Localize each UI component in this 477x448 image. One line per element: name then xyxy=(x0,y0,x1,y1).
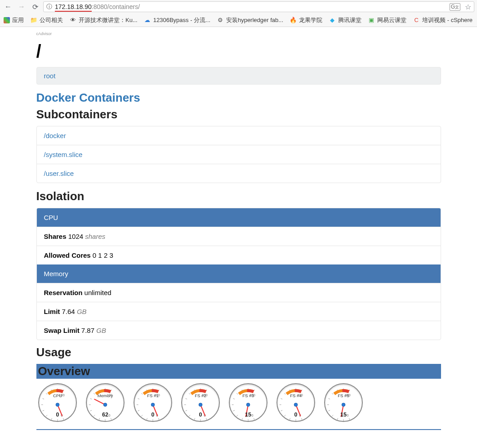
svg-point-66 xyxy=(199,403,202,407)
reservation-row: Reservation unlimited xyxy=(37,283,441,302)
docker-containers-link[interactable]: Docker Containers xyxy=(36,91,441,105)
gauge: FS #2 0 100 0 xyxy=(181,383,220,422)
url-text: 172.18.18.90:8080/containers/ xyxy=(55,3,450,10)
svg-line-37 xyxy=(141,415,143,417)
svg-line-88 xyxy=(284,415,285,417)
svg-line-40 xyxy=(138,399,139,399)
svg-text:0: 0 xyxy=(199,412,202,418)
limit-unit: GB xyxy=(77,308,87,315)
svg-line-92 xyxy=(284,393,285,394)
bookmark-item[interactable]: 🔥龙果学院 xyxy=(290,16,322,24)
svg-line-102 xyxy=(349,418,349,420)
subcontainers-heading: Subcontainers xyxy=(36,108,441,121)
swap-row: Swap Limit 7.87 GB xyxy=(37,321,441,340)
svg-text:0: 0 xyxy=(251,413,253,417)
url-host: 172.18.18.90 xyxy=(55,3,92,12)
svg-line-55 xyxy=(185,410,187,411)
subcontainer-link[interactable]: /docker xyxy=(44,132,66,139)
overview-gauges: CPU 0 100 0 Memory 0 100 62 FS #1 0 100 … xyxy=(36,379,441,426)
brand-logo: cAdvisor xyxy=(36,31,441,39)
svg-line-104 xyxy=(337,418,338,420)
svg-line-72 xyxy=(233,410,235,411)
bookmark-star-icon[interactable]: ☆ xyxy=(465,3,471,11)
svg-line-53 xyxy=(194,418,195,420)
svg-line-70 xyxy=(242,418,242,420)
svg-point-100 xyxy=(294,403,298,407)
svg-line-71 xyxy=(236,415,238,417)
svg-line-54 xyxy=(189,415,190,417)
apps-shortcut[interactable]: 应用 xyxy=(4,16,24,24)
gauge: CPU 0 100 0 xyxy=(38,383,77,422)
svg-line-24 xyxy=(94,393,95,394)
svg-point-49 xyxy=(151,403,155,407)
svg-text:100: 100 xyxy=(345,393,351,397)
bookmark-label: 龙果学院 xyxy=(299,16,322,24)
bookmark-item[interactable]: C培训视频 - cSphere xyxy=(413,16,473,24)
bookmark-icon: ◆ xyxy=(329,17,336,24)
svg-text:100: 100 xyxy=(250,393,255,397)
bookmark-icon: ☁ xyxy=(144,17,151,24)
svg-line-4 xyxy=(42,410,44,411)
svg-text:62: 62 xyxy=(102,412,108,418)
forward-button[interactable]: → xyxy=(16,3,27,11)
list-item: /docker xyxy=(37,126,441,145)
bookmark-item[interactable]: 👁开源技术微讲堂：Ku... xyxy=(69,16,138,24)
bookmark-label: 公司相关 xyxy=(40,16,63,24)
bookmark-icon: C xyxy=(413,17,420,24)
svg-point-117 xyxy=(342,403,345,407)
bookmark-icon: 👁 xyxy=(69,17,76,24)
back-button[interactable]: ← xyxy=(3,3,13,11)
svg-line-34 xyxy=(158,418,159,420)
bookmark-item[interactable]: ☁12306Bypass - 分流... xyxy=(144,16,210,24)
swap-value: 7.87 xyxy=(81,327,94,334)
svg-text:100: 100 xyxy=(59,393,65,397)
shares-label: Shares xyxy=(44,233,67,240)
swap-label: Swap Limit xyxy=(44,327,80,334)
subcontainer-link[interactable]: /system.slice xyxy=(44,151,83,158)
list-item: /user.slice xyxy=(37,164,441,183)
svg-line-21 xyxy=(90,410,92,411)
svg-text:0: 0 xyxy=(294,412,297,418)
svg-line-23 xyxy=(90,399,92,399)
breadcrumb-root-link[interactable]: root xyxy=(44,72,56,80)
bookmark-item[interactable]: 📁公司相关 xyxy=(30,16,63,24)
bookmark-label: 培训视频 - cSphere xyxy=(422,16,473,24)
svg-text:0: 0 xyxy=(56,412,59,418)
svg-line-36 xyxy=(147,418,147,420)
svg-line-3 xyxy=(46,415,47,417)
limit-row: Limit 7.64 GB xyxy=(37,302,441,321)
gauge: Memory 0 100 62 xyxy=(86,383,125,422)
subcontainer-list: /docker/system.slice/user.slice xyxy=(36,126,441,183)
allowed-cores-value: 0 1 2 3 xyxy=(93,251,113,259)
address-bar[interactable]: ⓘ 172.18.18.90:8080/containers/ G文 ☆ xyxy=(43,1,474,12)
site-info-icon[interactable]: ⓘ xyxy=(46,3,52,11)
svg-text:0: 0 xyxy=(347,413,348,417)
chart-divider xyxy=(36,429,441,430)
svg-line-89 xyxy=(281,410,282,411)
svg-line-74 xyxy=(233,399,235,399)
bookmark-item[interactable]: ◆腾讯课堂 xyxy=(329,16,361,24)
bookmark-label: 腾讯课堂 xyxy=(338,16,361,24)
gauge: FS #3 0 100 15 xyxy=(229,383,267,422)
reload-button[interactable]: ⟳ xyxy=(30,3,40,11)
bookmark-item[interactable]: ▣网易云课堂 xyxy=(368,16,406,24)
subcontainer-link[interactable]: /user.slice xyxy=(44,170,74,177)
overview-heading: Overview xyxy=(36,364,441,379)
svg-text:15: 15 xyxy=(340,412,347,418)
svg-point-83 xyxy=(246,403,250,407)
reservation-value: unlimited xyxy=(85,289,111,296)
svg-line-0 xyxy=(63,418,63,420)
reservation-label: Reservation xyxy=(44,289,83,296)
apps-label: 应用 xyxy=(12,16,24,24)
limit-label: Limit xyxy=(44,308,60,315)
translate-icon[interactable]: G文 xyxy=(450,3,460,11)
svg-text:0: 0 xyxy=(151,412,154,418)
svg-text:15: 15 xyxy=(245,412,251,418)
url-port: :8080 xyxy=(92,3,107,10)
bookmark-icon: ⚙ xyxy=(217,17,224,24)
svg-line-105 xyxy=(332,415,333,417)
svg-point-32 xyxy=(103,403,107,407)
bookmark-item[interactable]: ⚙安装hyperledger fab... xyxy=(217,16,283,24)
svg-text:100: 100 xyxy=(297,393,303,397)
list-item: /system.slice xyxy=(37,145,441,164)
